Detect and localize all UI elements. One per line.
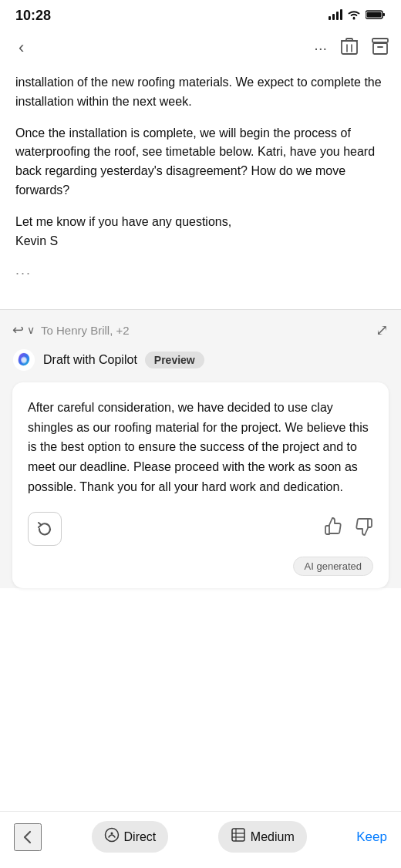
preview-badge: Preview: [145, 352, 204, 368]
reply-action-buttons[interactable]: ↩ ∨: [12, 321, 35, 338]
battery-icon: [366, 9, 386, 23]
svg-rect-19: [232, 829, 244, 841]
svg-rect-13: [373, 43, 387, 54]
svg-rect-0: [329, 16, 331, 20]
direct-icon: [104, 827, 120, 846]
nav-bar: ‹ ···: [0, 29, 401, 67]
direct-button[interactable]: Direct: [92, 821, 169, 853]
svg-point-16: [22, 358, 26, 362]
reply-header-left: ↩ ∨ To Henry Brill, +2: [12, 321, 130, 338]
svg-rect-1: [332, 14, 335, 20]
medium-button[interactable]: Medium: [218, 821, 307, 853]
svg-rect-12: [372, 39, 388, 42]
bottom-toolbar: Direct Medium Keep: [0, 811, 401, 868]
status-time: 10:28: [15, 8, 51, 24]
reply-icon[interactable]: ↩: [12, 321, 24, 338]
svg-rect-2: [336, 12, 339, 20]
svg-rect-3: [340, 9, 342, 20]
email-content: installation of the new roofing material…: [0, 67, 401, 309]
medium-label: Medium: [251, 830, 295, 844]
email-paragraph-3: Let me know if you have any questions, K…: [15, 213, 386, 251]
more-options-button[interactable]: ···: [314, 39, 327, 57]
copilot-row: Draft with Copilot Preview: [0, 348, 401, 382]
refresh-icon: [37, 521, 52, 537]
thumbs-down-button[interactable]: [355, 517, 373, 540]
keep-button[interactable]: Keep: [356, 829, 387, 845]
copilot-label: Draft with Copilot: [43, 353, 137, 367]
archive-button[interactable]: [372, 38, 389, 59]
chevron-down-icon[interactable]: ∨: [27, 324, 35, 336]
vote-icons: [324, 517, 373, 540]
ai-generated-badge: AI generated: [28, 557, 373, 576]
delete-button[interactable]: [341, 37, 358, 59]
refresh-button[interactable]: [28, 512, 62, 546]
svg-rect-8: [342, 41, 357, 54]
toolbar-back-button[interactable]: [14, 823, 42, 851]
email-paragraph-2: Once the installation is complete, we wi…: [15, 124, 386, 200]
reply-to-text: To Henry Brill, +2: [41, 324, 130, 337]
thumbs-up-button[interactable]: [324, 517, 342, 540]
medium-icon: [231, 827, 246, 846]
back-button[interactable]: ‹: [12, 35, 30, 61]
ai-badge-label: AI generated: [293, 557, 373, 576]
wifi-icon: [347, 9, 361, 23]
email-paragraph-1: installation of the new roofing material…: [15, 73, 386, 112]
direct-label: Direct: [124, 830, 157, 844]
svg-point-4: [353, 17, 356, 19]
expand-icon[interactable]: ⤢: [376, 321, 389, 339]
copilot-logo-icon: [12, 348, 35, 372]
svg-rect-6: [383, 13, 386, 16]
svg-rect-7: [367, 12, 382, 17]
reply-section: ↩ ∨ To Henry Brill, +2 ⤢ Dr: [0, 310, 401, 588]
nav-actions: ···: [314, 37, 389, 59]
signal-icon: [329, 9, 342, 23]
draft-text: After careful consideration, we have dec…: [28, 398, 373, 496]
email-ellipsis: ···: [15, 263, 386, 284]
status-bar: 10:28: [0, 0, 401, 29]
reply-header: ↩ ∨ To Henry Brill, +2 ⤢: [0, 310, 401, 348]
svg-point-18: [110, 833, 113, 835]
draft-actions: [28, 512, 373, 546]
status-icons: [329, 9, 386, 23]
draft-card: After careful consideration, we have dec…: [12, 382, 389, 588]
